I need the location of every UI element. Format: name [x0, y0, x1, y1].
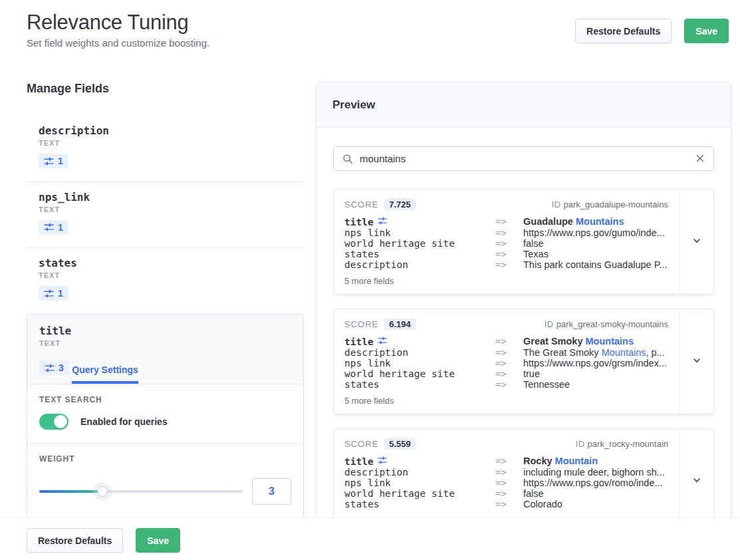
result-id: IDpark_guadalupe-mountains [551, 200, 668, 210]
weight-label: WEIGHT [39, 454, 291, 464]
result-field-row: states => Colorado [344, 499, 668, 509]
result-field-value: This park contains Guadalupe P... [523, 259, 668, 270]
arrow-glyph: => [495, 467, 523, 478]
result-field-name: description [344, 467, 495, 478]
arrow-glyph: => [495, 478, 523, 488]
page-title: Relevance Tuning [27, 11, 209, 35]
result-field-value: including mule deer, bighorn sh... [523, 467, 668, 478]
manage-fields-heading: Manage Fields [27, 82, 304, 96]
score-badge: 5.559 [384, 438, 416, 450]
field-name: title [39, 325, 291, 337]
weight-badge-value: 1 [58, 156, 63, 166]
save-button-footer[interactable]: Save [136, 528, 180, 553]
arrow-glyph: => [495, 259, 523, 270]
result-field-row: description => including mule deer, bigh… [344, 467, 668, 478]
preview-title: Preview [332, 98, 375, 112]
result-field-value: The Great Smoky Mountains, p... [523, 347, 668, 358]
id-label: ID [576, 439, 585, 449]
header-actions: Restore Defaults Save [575, 19, 729, 43]
arrow-glyph: => [495, 358, 523, 368]
arrow-glyph: => [495, 336, 523, 347]
result-field-name: states [344, 249, 495, 259]
result-field-value: false [523, 488, 668, 499]
field-list-item[interactable]: nps_link TEXT 1 [27, 182, 304, 248]
save-button[interactable]: Save [684, 19, 729, 43]
result-field-row: states => Texas [344, 249, 668, 259]
result-card: SCORE 7.725 IDpark_guadalupe-mountains t… [333, 189, 714, 295]
sliders-icon [378, 216, 387, 227]
score-badge: 7.725 [384, 199, 416, 210]
sliders-icon [378, 456, 387, 467]
preview-body: SCORE 7.725 IDpark_guadalupe-mountains t… [316, 128, 731, 517]
weight-slider-thumb[interactable] [97, 486, 108, 497]
id-label: ID [551, 200, 560, 210]
clear-search-icon[interactable] [695, 154, 705, 166]
result-field-name: description [344, 347, 495, 358]
result-field-value: https://www.nps.gov/romo/inde... [523, 478, 668, 488]
field-rows: title => Rocky Mountain description [344, 456, 668, 509]
manage-fields-panel: Manage Fields description TEXT 1 nps_lin… [27, 82, 304, 517]
arrow-glyph: => [495, 488, 523, 499]
expand-result-button[interactable] [679, 309, 713, 414]
arrow-glyph: => [495, 499, 523, 509]
result-field-row: nps_link => https://www.nps.gov/romo/ind… [344, 478, 668, 488]
result-card-content: SCORE 5.559 IDpark_rocky-mountain title … [334, 429, 679, 517]
preview-header: Preview [316, 82, 731, 128]
page-header: Relevance Tuning Set field weights and c… [27, 11, 209, 49]
weight-badge: 1 [39, 286, 68, 301]
field-type-label: TEXT [39, 271, 304, 279]
arrow-glyph: => [495, 347, 523, 358]
weight-badge-value: 3 [59, 362, 64, 373]
result-id: IDpark_rocky-mountain [576, 439, 668, 449]
id-value: park_guadalupe-mountains [563, 200, 668, 210]
result-field-value: Colorado [523, 499, 668, 509]
weight-badge: 1 [39, 220, 68, 235]
id-value: park_rocky-mountain [588, 439, 668, 449]
page-subtitle: Set field weights and customize boosting… [27, 37, 209, 49]
score-label: SCORE [344, 439, 378, 449]
result-field-row: title => Great Smoky Mountains [344, 336, 668, 347]
sliders-icon [44, 156, 54, 166]
result-field-name: nps_link [344, 227, 495, 238]
text-search-section: TEXT SEARCH Enabled for queries [27, 384, 303, 443]
result-field-row: nps_link => https://www.nps.gov/grsm/ind… [344, 358, 668, 368]
expand-result-button[interactable] [679, 429, 713, 517]
weight-badge-value: 1 [58, 222, 63, 233]
result-field-value: Texas [523, 249, 668, 259]
restore-defaults-button-footer[interactable]: Restore Defaults [27, 528, 123, 553]
result-field-name: world_heritage_site [344, 488, 495, 499]
arrow-glyph: => [495, 227, 523, 238]
weight-value-input[interactable]: 3 [252, 478, 291, 505]
result-field-row: description => This park contains Guadal… [344, 259, 668, 270]
result-field-name: world_heritage_site [344, 238, 495, 249]
restore-defaults-button[interactable]: Restore Defaults [575, 19, 672, 43]
arrow-glyph: => [495, 368, 523, 379]
field-card-header[interactable]: title TEXT 3 Query Set [27, 315, 303, 384]
result-field-name: description [344, 259, 495, 270]
field-rows: title => Great Smoky Mountains descripti… [344, 336, 668, 390]
text-search-label: TEXT SEARCH [39, 395, 291, 404]
field-type-label: TEXT [39, 139, 304, 147]
results-list: SCORE 7.725 IDpark_guadalupe-mountains t… [333, 189, 714, 517]
preview-panel: Preview [316, 82, 731, 517]
weight-slider[interactable] [39, 485, 243, 498]
result-field-name: states [344, 499, 495, 509]
arrow-glyph: => [495, 238, 523, 249]
search-input[interactable] [334, 147, 713, 170]
sliders-icon [378, 336, 387, 347]
sliders-icon [44, 289, 54, 299]
result-field-row: world_heritage_site => false [344, 238, 668, 249]
score-label: SCORE [344, 200, 378, 210]
result-field-row: description => The Great Smoky Mountains… [344, 347, 668, 358]
expand-result-button[interactable] [679, 190, 713, 294]
result-field-name: title [344, 456, 495, 467]
result-field-row: title => Rocky Mountain [344, 456, 668, 467]
chevron-down-icon [691, 235, 702, 249]
field-list-item[interactable]: states TEXT 1 [27, 247, 304, 314]
tab-query-settings[interactable]: Query Settings [72, 364, 138, 384]
result-field-name: nps_link [344, 358, 495, 368]
result-field-value: Tennessee [523, 379, 668, 390]
field-list-item[interactable]: description TEXT 1 [27, 116, 304, 182]
text-search-toggle[interactable] [39, 414, 68, 430]
result-field-row: title => Guadalupe Mountains [344, 216, 668, 227]
